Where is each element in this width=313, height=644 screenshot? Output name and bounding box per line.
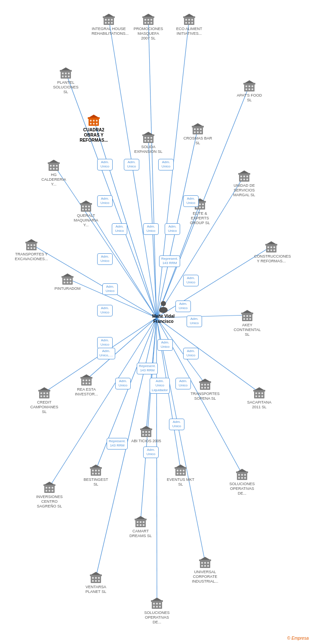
svg-rect-60 xyxy=(150,137,152,139)
role-badge-7[interactable]: Adm. Unico xyxy=(165,223,180,235)
role-badge-12[interactable]: Adm. Unico xyxy=(97,305,113,316)
svg-rect-243 xyxy=(207,565,209,567)
role-badge-6[interactable]: Adm. Unico xyxy=(143,223,159,235)
svg-rect-40 xyxy=(245,85,247,87)
company-label-transportes-sopena: TRANSPORTES SOPENA SL xyxy=(190,392,220,401)
svg-marker-181 xyxy=(254,387,264,390)
company-label-apats-food: APAT'S FOOD SL xyxy=(234,93,264,103)
role-badge-23[interactable]: Adm. Unico xyxy=(169,419,184,430)
company-solida-expansion[interactable]: SOLIDA EXPANSION SL xyxy=(133,131,163,154)
svg-rect-222 xyxy=(98,470,100,471)
svg-rect-161 xyxy=(86,383,87,384)
company-soluciones-operativas-2[interactable]: SOLUCIONES OPERATIVAS DE... xyxy=(142,597,172,624)
svg-rect-90 xyxy=(246,179,248,180)
svg-rect-225 xyxy=(98,473,100,474)
company-transportes-sopena[interactable]: TRANSPORTES SOPENA SL xyxy=(190,378,220,401)
svg-rect-220 xyxy=(92,470,94,471)
role-badge-2[interactable]: Adm. Unico xyxy=(158,159,174,170)
role-badge-25[interactable]: Represent. 143 RRM xyxy=(107,438,128,450)
company-akey-continental[interactable]: AKEY CONTINENTAL SL xyxy=(232,309,262,337)
role-badge-9[interactable]: Represent. 143 RRM xyxy=(159,255,180,267)
svg-rect-241 xyxy=(201,565,203,567)
svg-marker-91 xyxy=(239,170,249,173)
company-construcciones-reformas[interactable]: CONSTRUCCIONES Y REFORMAS... xyxy=(256,240,286,264)
svg-rect-2 xyxy=(104,17,114,25)
role-badge-24[interactable]: Adm. Unico xyxy=(143,447,159,458)
building-icon-transportes-sopena xyxy=(199,379,211,391)
role-badge-13[interactable]: Adm. Unico xyxy=(175,301,191,312)
building-icon-inversiones-centro xyxy=(43,482,55,494)
company-queralt-maquinaria[interactable]: QUERALT MAQUINARIA Y... xyxy=(71,200,101,227)
company-hg-caldereria[interactable]: HG CALDERERIA Y... xyxy=(39,159,69,186)
company-integral-house[interactable]: INTEGRAL HOUSE REHABILITATIONS... xyxy=(94,13,124,36)
svg-rect-115 xyxy=(28,247,29,249)
building-icon-apats-food xyxy=(243,80,255,92)
company-ventarsa-planet[interactable]: VENTARSA PLANET SL xyxy=(81,571,111,594)
svg-rect-137 xyxy=(242,313,252,321)
company-crosmas-bar[interactable]: CROSMAS BAR SL xyxy=(183,122,213,146)
role-badge-11[interactable]: Adm. Unico xyxy=(102,283,118,295)
role-badge-3[interactable]: Adm. Unico xyxy=(97,195,113,207)
svg-rect-96 xyxy=(88,206,90,207)
role-badge-17[interactable]: Adm. Unico xyxy=(157,339,173,351)
company-apats-food[interactable]: APAT'S FOOD SL xyxy=(234,79,264,103)
company-label-rea-esta-investor: REA ESTA INVESTOR... xyxy=(71,387,101,397)
svg-rect-95 xyxy=(85,206,87,207)
company-eventus-mkt[interactable]: EVENTUS MKT SL xyxy=(166,464,196,487)
svg-rect-126 xyxy=(273,249,275,251)
svg-rect-144 xyxy=(249,318,251,320)
svg-rect-211 xyxy=(46,487,47,489)
role-badge-1[interactable]: Adm. Unico xyxy=(124,159,139,170)
role-badge-14[interactable]: Adm. Unico xyxy=(187,316,202,327)
company-unidad-servicios[interactable]: UNIDAD DE SERVICIOS MARGAL SL xyxy=(229,170,259,197)
role-badge-21[interactable]: Adm. Unico Liquidador xyxy=(150,378,170,394)
svg-rect-229 xyxy=(137,521,138,523)
company-label-soluciones-operativas-2: SOLUCIONES OPERATIVAS DE... xyxy=(142,611,172,624)
role-badge-16[interactable]: Adm. Unico,.... xyxy=(97,348,115,359)
role-badge-8[interactable]: Adm. Unico xyxy=(97,253,113,265)
company-bestingest[interactable]: BESTINGEST SL xyxy=(81,464,111,487)
company-soluciones-operativas-1[interactable]: SOLUCIONES OPERATIVAS DE... xyxy=(227,468,257,495)
svg-rect-80 xyxy=(53,168,55,170)
svg-rect-257 xyxy=(156,603,158,605)
company-transportes-excavaciones[interactable]: TRANSPORTES Y EXCAVACIONES... xyxy=(16,238,46,261)
company-sacapitana-2011[interactable]: SACAPITANA 2011 SL xyxy=(244,386,274,410)
company-rea-esta-investor[interactable]: REA ESTA INVESTOR... xyxy=(71,374,101,397)
svg-rect-56 xyxy=(143,135,153,143)
svg-rect-110 xyxy=(26,243,37,250)
role-badge-22[interactable]: Adm. Unico xyxy=(175,378,191,389)
svg-rect-70 xyxy=(194,131,196,133)
role-badge-19[interactable]: Represent. 143 RRM xyxy=(137,363,158,374)
role-badge-5[interactable]: Adm. Unico xyxy=(112,223,127,235)
svg-rect-43 xyxy=(245,88,247,90)
svg-rect-215 xyxy=(49,490,50,492)
building-icon-soluciones-operativas-2 xyxy=(151,598,163,610)
svg-rect-14 xyxy=(147,19,149,21)
company-cuadra2[interactable]: CUADRA2 OBRAS Y REFORMAS... xyxy=(79,114,109,143)
role-badge-18[interactable]: Adm. Unico xyxy=(183,348,199,359)
svg-rect-162 xyxy=(89,383,90,384)
company-camart-dreams[interactable]: CAMART DREAMS SL xyxy=(126,515,156,538)
svg-rect-67 xyxy=(194,128,196,130)
company-eco-aliment[interactable]: ECO ALIMENT INITIATIVES... xyxy=(174,13,204,36)
building-icon-construcciones-reformas xyxy=(265,241,277,253)
company-promociones-masquefa[interactable]: PROMOCIONES MASQUEFA 2007 SL xyxy=(133,13,163,40)
role-badge-4[interactable]: Adm. Unico xyxy=(183,195,199,207)
svg-rect-248 xyxy=(95,577,97,579)
company-plantel-soluciones[interactable]: PLANTEL SOLUCIONES SL xyxy=(51,67,81,94)
svg-rect-196 xyxy=(177,473,178,474)
copyright: © Empresa xyxy=(287,636,309,641)
company-universal-corporate[interactable]: UNIVERSAL CORPORATE INDUSTRIAL... xyxy=(190,556,220,583)
role-badge-20[interactable]: Adm. Unico xyxy=(115,378,131,389)
role-badge-0[interactable]: Adm. Unico xyxy=(97,159,113,170)
svg-rect-5 xyxy=(108,19,110,21)
svg-rect-36 xyxy=(68,76,70,77)
company-inversiones-centro[interactable]: INVERSIONES CENTRO SAGREÑO SL xyxy=(34,481,64,508)
role-badge-15[interactable]: Adm. Unico xyxy=(97,337,113,349)
svg-marker-64 xyxy=(143,132,153,135)
company-credit-campomanes[interactable]: CREDIT CAMPOMANES SL xyxy=(29,386,59,414)
company-pinturadom[interactable]: PINTURADOM xyxy=(52,273,83,291)
role-badge-10[interactable]: Adm. Unico xyxy=(183,275,199,286)
svg-rect-209 xyxy=(44,485,55,493)
company-abi-ticios-2005[interactable]: ABI TICIOS 2005 xyxy=(131,425,161,444)
